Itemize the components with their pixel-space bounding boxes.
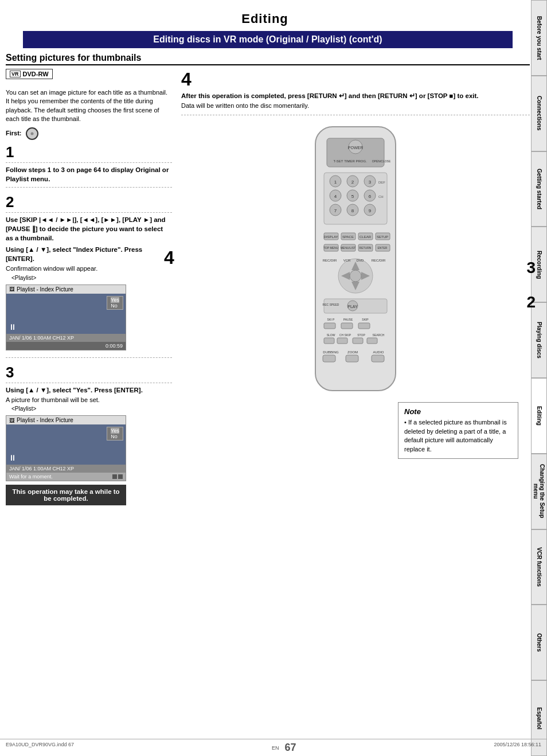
step-3-normal: A picture for thumbnail will be set. [6, 396, 172, 404]
vr-badge: VR [10, 71, 21, 77]
bottom-left-text: E9A10UD_DVR90VG.indd 67 [6, 742, 74, 754]
sidebar-tab-setup[interactable]: Changing the Setup menu [531, 454, 547, 529]
svg-text:DVD: DVD [357, 259, 364, 262]
page-title: Editing [6, 6, 524, 29]
svg-text:4: 4 [334, 194, 337, 199]
step-2: 2 Use [SKIP |◄◄ / ►►|], [◄◄], [►►], [PLA… [6, 193, 172, 358]
svg-text:PLAY: PLAY [347, 305, 358, 309]
svg-rect-71 [367, 338, 377, 344]
note-text: • If a selected picture as thumbnail is … [404, 418, 512, 454]
step-2-normal: Confirmation window will appear. [6, 264, 172, 273]
window-1-time: 0:00:59 [6, 342, 126, 350]
step-2-bold2: Using [▲ / ▼], select "Index Picture". P… [6, 245, 172, 263]
svg-text:VCR: VCR [343, 259, 351, 262]
svg-rect-63 [358, 323, 370, 329]
window-2-titlebar: 🖼 Playlist - Index Picture [6, 416, 126, 424]
remote-num-2: 2 [526, 293, 536, 311]
svg-text:SLOW: SLOW [327, 333, 335, 337]
dvd-logo-text: DVD-RW [23, 71, 49, 77]
svg-text:T-SET: T-SET [333, 159, 343, 163]
page-number: 67 [284, 742, 296, 754]
svg-rect-69 [337, 338, 347, 344]
sidebar-tab-connections[interactable]: Connections [531, 76, 547, 151]
svg-rect-77 [372, 355, 384, 362]
svg-text:SKIP: SKIP [362, 318, 369, 321]
svg-text:RETURN: RETURN [360, 246, 372, 250]
step-4-number: 4 [181, 69, 192, 90]
svg-rect-70 [353, 338, 363, 344]
remote-control: POWER T-SET TIMER PROG. OPEN/CLOSE 1 2 3 [181, 121, 530, 396]
pause-icon-2: ⏸ [9, 453, 17, 462]
svg-text:7: 7 [334, 208, 337, 213]
svg-text:DEF: DEF [378, 181, 385, 184]
step-2-number: 2 [6, 193, 172, 213]
svg-text:CH SKIP: CH SKIP [339, 333, 351, 337]
svg-text:PAUSE: PAUSE [343, 318, 353, 321]
svg-text:REC SPEED: REC SPEED [323, 303, 339, 306]
window-1-yes: Yes [111, 297, 119, 303]
svg-text:5: 5 [351, 194, 354, 199]
svg-text:REC/DIR: REC/DIR [323, 259, 337, 262]
sidebar-tab-others[interactable]: Others [531, 605, 547, 680]
svg-point-49 [350, 270, 361, 282]
svg-text:SPACE: SPACE [342, 235, 354, 239]
window-2-body: ⏸ Yes No [6, 424, 126, 465]
sidebar-tab-editing[interactable]: Editing [531, 378, 547, 454]
svg-text:SETUP: SETUP [377, 235, 388, 239]
bottom-bar: E9A10UD_DVR90VG.indd 67 EN 67 2005/12/26… [0, 739, 547, 756]
window-2-wait: Wait for a moment. [9, 474, 53, 480]
window-1-body: ⏸ Yes No [6, 294, 126, 334]
sidebar-tab-vcr[interactable]: VCR functions [531, 529, 547, 605]
step-3: 3 Using [▲ / ▼], select "Yes". Press [EN… [6, 364, 172, 512]
window-2-no: No [111, 434, 119, 439]
svg-text:POWER: POWER [348, 146, 363, 150]
svg-text:1: 1 [334, 180, 337, 185]
svg-text:ENTER: ENTER [378, 246, 388, 250]
svg-text:REC/DIR: REC/DIR [372, 259, 386, 262]
svg-text:DUBBING: DUBBING [323, 350, 339, 354]
svg-text:2: 2 [351, 180, 354, 185]
section-heading: Setting pictures for thumbnails [6, 53, 530, 65]
svg-text:OPEN/CLOSE: OPEN/CLOSE [372, 159, 391, 163]
note-title: Note [404, 407, 512, 416]
svg-text:SKI P: SKI P [327, 318, 335, 321]
window-1: 🖼 Playlist - Index Picture ⏸ Yes No JAN/… [6, 285, 126, 350]
sidebar-tabs: Before you start Connections Getting sta… [531, 0, 547, 756]
pause-icon: ⏸ [9, 322, 17, 332]
step-1-text: Follow steps 1 to 3 on page 64 to displa… [6, 165, 172, 184]
remote-svg: POWER T-SET TIMER PROG. OPEN/CLOSE 1 2 3 [298, 121, 413, 396]
step-2-playlist: <Playlist> [11, 275, 172, 281]
window-2: 🖼 Playlist - Index Picture ⏸ Yes No JAN/… [6, 415, 126, 481]
svg-text:SEARCH: SEARCH [373, 333, 385, 337]
step-3-number: 3 [6, 364, 172, 383]
sidebar-tab-getting-started[interactable]: Getting started [531, 151, 547, 227]
svg-text:TOP MENU: TOP MENU [323, 246, 339, 250]
svg-rect-68 [324, 338, 334, 344]
sidebar-tab-before[interactable]: Before you start [531, 0, 547, 76]
svg-text:DISPLAY: DISPLAY [324, 235, 338, 239]
page-subtitle: Editing discs in VR mode (Original / Pla… [23, 31, 513, 48]
svg-text:AUDIO: AUDIO [373, 350, 384, 354]
dvd-logo: VR DVD-RW [6, 69, 53, 79]
remote-num-3: 3 [526, 259, 536, 277]
warning-box: This operation may take a while to be co… [6, 485, 126, 505]
svg-rect-61 [324, 323, 335, 329]
bottom-right-text: 2005/12/26 18:56:11 [494, 742, 541, 754]
window-2-yes: Yes [111, 428, 119, 434]
step-4-normal: Data will be written onto the disc momen… [181, 102, 530, 110]
window-1-no: No [111, 303, 119, 309]
page-lang: EN [272, 745, 279, 751]
svg-text:CH: CH [378, 195, 384, 198]
svg-text:MENU/LIST: MENU/LIST [341, 246, 356, 250]
svg-text:TIMER PROG.: TIMER PROG. [344, 159, 367, 163]
step-1: 1 Follow steps 1 to 3 on page 64 to disp… [6, 143, 172, 188]
svg-rect-62 [341, 323, 353, 329]
step-3-bold: Using [▲ / ▼], select "Yes". Press [ENTE… [6, 385, 172, 395]
sidebar-tab-playing[interactable]: Playing discs [531, 302, 547, 378]
step-2-bold: Use [SKIP |◄◄ / ►►|], [◄◄], [►►], [PLAY … [6, 215, 172, 243]
window-2-footer: JAN/ 1/06 1:00AM CH12 XP [6, 465, 126, 473]
remote-num-4: 4 [164, 247, 174, 268]
svg-text:ZOOM: ZOOM [347, 350, 358, 354]
svg-rect-75 [323, 355, 335, 362]
window-1-titlebar: 🖼 Playlist - Index Picture [6, 285, 126, 294]
